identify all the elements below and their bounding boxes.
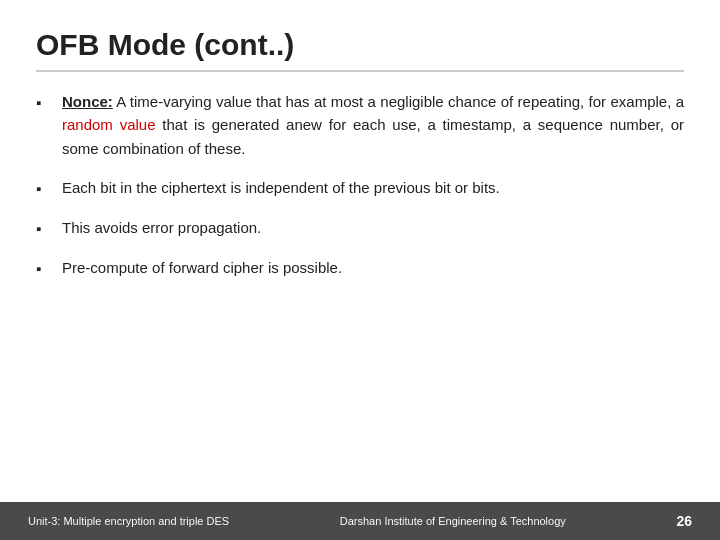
footer-left-text: Unit-3: Multiple encryption and triple D… bbox=[28, 515, 229, 527]
bullet-icon: ▪ bbox=[36, 91, 54, 114]
bullet-icon: ▪ bbox=[36, 177, 54, 200]
nonce-text-before: A time-varying value that has at most a … bbox=[113, 93, 684, 110]
footer-center-text: Darshan Institute of Engineering & Techn… bbox=[340, 515, 566, 527]
bullet-precompute-text: Pre-compute of forward cipher is possibl… bbox=[62, 256, 684, 279]
slide-footer: Unit-3: Multiple encryption and triple D… bbox=[0, 502, 720, 540]
nonce-highlight: random value bbox=[62, 116, 156, 133]
list-item: ▪ Pre-compute of forward cipher is possi… bbox=[36, 256, 684, 280]
slide-content: OFB Mode (cont..) ▪ Nonce: A time-varyin… bbox=[0, 0, 720, 502]
list-item: ▪ This avoids error propagation. bbox=[36, 216, 684, 240]
footer-page-number: 26 bbox=[676, 513, 692, 529]
slide-container: OFB Mode (cont..) ▪ Nonce: A time-varyin… bbox=[0, 0, 720, 540]
bullet-icon: ▪ bbox=[36, 257, 54, 280]
bullet-error-text: This avoids error propagation. bbox=[62, 216, 684, 239]
bullet-icon: ▪ bbox=[36, 217, 54, 240]
bullet-nonce-text: Nonce: A time-varying value that has at … bbox=[62, 90, 684, 160]
list-item: ▪ Nonce: A time-varying value that has a… bbox=[36, 90, 684, 160]
bullet-independent-text: Each bit in the ciphertext is independen… bbox=[62, 176, 684, 199]
nonce-label: Nonce: bbox=[62, 93, 113, 110]
nonce-text-after: that is generated anew for each use, a t… bbox=[62, 116, 684, 156]
list-item: ▪ Each bit in the ciphertext is independ… bbox=[36, 176, 684, 200]
bullet-list: ▪ Nonce: A time-varying value that has a… bbox=[36, 90, 684, 281]
slide-title: OFB Mode (cont..) bbox=[36, 28, 684, 72]
